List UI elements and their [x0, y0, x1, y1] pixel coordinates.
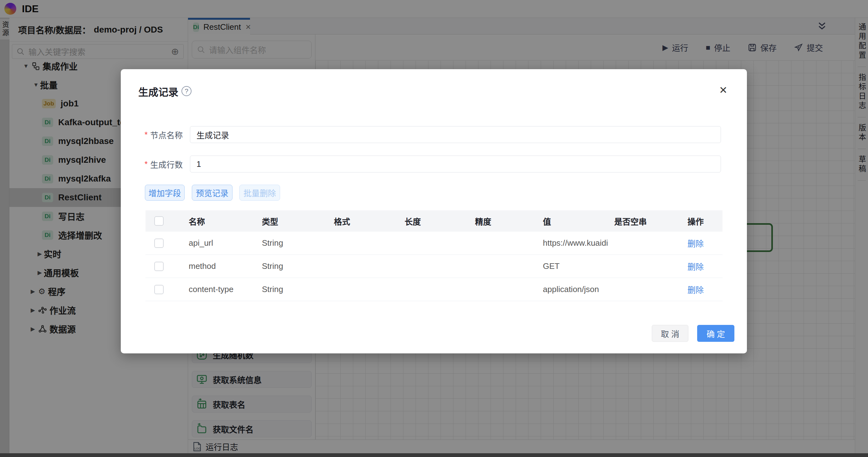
row-checkbox[interactable]	[154, 262, 164, 271]
table-row-method: method String GET 删除	[146, 255, 722, 278]
add-field-button[interactable]: 增加字段	[145, 185, 185, 201]
col-length: 长度	[405, 215, 475, 227]
row-count-input[interactable]	[190, 156, 721, 173]
col-empty-string: 是否空串	[614, 215, 687, 227]
select-all-checkbox[interactable]	[154, 216, 164, 226]
delete-link[interactable]: 删除	[687, 261, 722, 272]
required-marker: *	[145, 159, 148, 169]
row-checkbox[interactable]	[154, 239, 164, 248]
col-name: 名称	[189, 215, 262, 227]
node-name-input[interactable]	[190, 126, 721, 143]
batch-delete-button[interactable]: 批量删除	[239, 185, 280, 201]
fields-table: 名称 类型 格式 长度 精度 值 是否空串 操作 api_url String …	[146, 210, 722, 301]
col-value: 值	[543, 215, 614, 227]
node-name-label: * 节点名称	[121, 126, 183, 143]
required-marker: *	[145, 130, 148, 140]
help-icon[interactable]: ?	[182, 86, 191, 96]
close-icon[interactable]: ✕	[719, 84, 727, 96]
field-row-count-row: * 生成行数	[121, 156, 183, 173]
generate-records-dialog: 生成记录 ? ✕ * 节点名称 * 生成行数 增加字段 预览记录 批量删除 名称…	[121, 69, 747, 354]
field-node-name-row: * 节点名称	[121, 126, 183, 143]
table-row-content-type: content-type String application/json 删除	[146, 278, 722, 301]
col-precision: 精度	[475, 215, 543, 227]
col-type: 类型	[262, 215, 334, 227]
dialog-title: 生成记录	[138, 84, 178, 99]
col-format: 格式	[334, 215, 405, 227]
cancel-button[interactable]: 取 消	[652, 325, 688, 342]
row-checkbox[interactable]	[154, 285, 164, 294]
table-row-api-url: api_url String https://www.kuaidi 删除	[146, 232, 722, 255]
delete-link[interactable]: 删除	[687, 283, 722, 295]
ide-window: IDE 资源 项目名称/数据层： demo-proj / ODS 输入关键字搜索…	[0, 0, 868, 457]
delete-link[interactable]: 删除	[687, 237, 722, 249]
row-count-label: * 生成行数	[121, 156, 183, 173]
col-action: 操作	[687, 215, 722, 227]
table-header-row: 名称 类型 格式 长度 精度 值 是否空串 操作	[146, 210, 722, 232]
preview-records-button[interactable]: 预览记录	[192, 185, 232, 201]
ok-button[interactable]: 确 定	[697, 325, 734, 342]
